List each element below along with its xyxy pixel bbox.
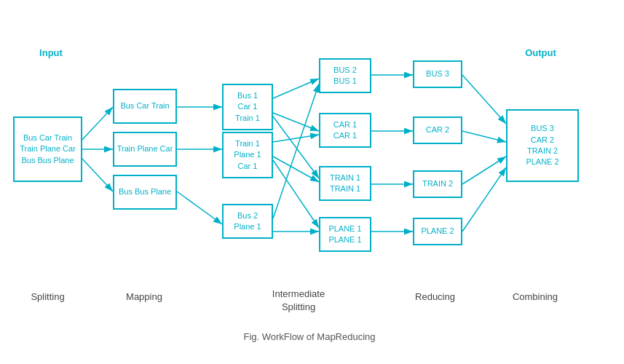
stage-mapping: Mapping bbox=[108, 291, 181, 302]
svg-line-11 bbox=[273, 84, 319, 218]
split-box-1: Bus 1 Car 1 Train 1 bbox=[222, 84, 273, 130]
split-box-3: Bus 2 Plane 1 bbox=[222, 204, 273, 239]
input-box: Bus Car Train Train Plane Car Bus Bus Pl… bbox=[13, 116, 82, 182]
svg-line-9 bbox=[273, 157, 319, 182]
reduce-box-1: BUS 3 bbox=[413, 60, 462, 88]
fig-caption: Fig. WorkFlow of MapReducing bbox=[197, 331, 422, 342]
svg-line-10 bbox=[273, 116, 319, 178]
input-label: Input bbox=[22, 47, 80, 58]
svg-line-8 bbox=[273, 135, 319, 142]
svg-line-19 bbox=[462, 131, 506, 142]
inter-box-2: CAR 1 CAR 1 bbox=[319, 113, 371, 148]
reduce-box-2: CAR 2 bbox=[413, 116, 462, 144]
stage-splitting: Splitting bbox=[13, 291, 82, 302]
inter-box-4: PLANE 1 PLANE 1 bbox=[319, 217, 371, 252]
stage-intermediate: IntermediateSplitting bbox=[262, 288, 335, 314]
inter-box-1: BUS 2 BUS 1 bbox=[319, 58, 371, 93]
svg-line-13 bbox=[273, 160, 319, 228]
svg-line-5 bbox=[177, 191, 222, 224]
map-box-2: Train Plane Car bbox=[113, 132, 177, 167]
svg-line-2 bbox=[80, 157, 113, 191]
output-label: Output bbox=[506, 47, 575, 58]
inter-box-3: TRAIN 1 TRAIN 1 bbox=[319, 166, 371, 201]
map-box-3: Bus Bus Plane bbox=[113, 175, 177, 210]
stage-reducing: Reducing bbox=[400, 291, 470, 302]
reduce-box-4: PLANE 2 bbox=[413, 218, 462, 245]
svg-line-7 bbox=[273, 113, 319, 131]
stage-combining: Combining bbox=[499, 291, 572, 302]
diagram-area: Input Bus Car Train Train Plane Car Bus … bbox=[0, 0, 624, 364]
svg-line-6 bbox=[273, 79, 319, 98]
svg-line-21 bbox=[462, 167, 506, 232]
svg-line-20 bbox=[462, 157, 506, 184]
reduce-box-3: TRAIN 2 bbox=[413, 170, 462, 198]
svg-line-0 bbox=[80, 107, 113, 142]
output-box: BUS 3 CAR 2 TRAIN 2 PLANE 2 bbox=[506, 109, 579, 182]
svg-line-18 bbox=[462, 75, 506, 124]
map-box-1: Bus Car Train bbox=[113, 89, 177, 124]
split-box-2: Train 1 Plane 1 Car 1 bbox=[222, 132, 273, 178]
